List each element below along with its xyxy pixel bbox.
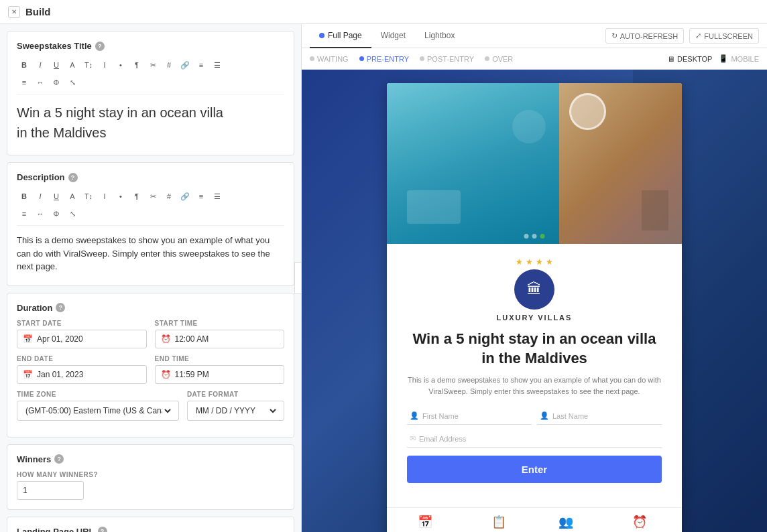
timezone-group: TIME ZONE (GMT-05:00) Eastern Time (US &…	[17, 391, 179, 421]
last-name-field[interactable]: 👤 Last Name	[537, 407, 662, 425]
first-name-field[interactable]: 👤 First Name	[407, 407, 532, 425]
top-bar: ✕ Build	[0, 0, 767, 24]
link-button[interactable]: 🔗	[178, 58, 192, 72]
description-content[interactable]: This is a demo sweepstakes to show you a…	[17, 231, 284, 276]
desc-font-color-button[interactable]: A	[65, 189, 80, 204]
name-row: 👤 First Name 👤 Last Name	[407, 407, 662, 425]
end-date-input[interactable]: 📅 Jan 01, 2023	[17, 365, 147, 384]
sweepstakes-title-toolbar: B I U A T↕ I • ¶ ✂ # 🔗 ≡ ☰ ≡ ↔ Φ ⤡	[17, 58, 284, 94]
landing-page-info-icon[interactable]: ?	[98, 527, 107, 532]
stage-waiting[interactable]: WAITING	[310, 55, 349, 63]
align-left-button[interactable]: ≡	[194, 58, 209, 72]
desc-align-right-button[interactable]: ☰	[210, 189, 225, 204]
paragraph-button[interactable]: ¶	[129, 58, 144, 72]
desc-arrows-button[interactable]: ↔	[33, 206, 48, 221]
close-button[interactable]: ✕	[8, 6, 20, 18]
desc-font-size-button[interactable]: T↕	[81, 189, 96, 204]
how-many-label: HOW MANY WINNERS?	[17, 471, 284, 478]
desc-italic-button[interactable]: I	[33, 189, 48, 204]
phi-button[interactable]: Φ	[49, 75, 64, 90]
start-date-group: START DATE 📅 Apr 01, 2020	[17, 320, 147, 348]
tab-lightbox[interactable]: Lightbox	[415, 24, 464, 48]
timezone-dropdown[interactable]: (GMT-05:00) Eastern Time (US & Canada)	[23, 405, 173, 416]
end-date-group: END DATE 📅 Jan 01, 2023	[17, 355, 147, 384]
stage-post-entry[interactable]: POST-ENTRY	[420, 55, 474, 63]
date-format-dropdown[interactable]: MM / DD / YYYY	[193, 405, 278, 416]
desc-paragraph-button[interactable]: ¶	[129, 189, 144, 204]
list-button[interactable]: •	[113, 58, 128, 72]
desc-list-button[interactable]: •	[113, 189, 128, 204]
image-dots	[524, 234, 545, 239]
device-mobile[interactable]: 📱 MOBILE	[719, 54, 759, 63]
device-desktop[interactable]: 🖥 DESKTOP	[667, 54, 712, 63]
start-time-input[interactable]: ⏰ 12:00 AM	[155, 330, 285, 348]
sweepstakes-title-content[interactable]: Win a 5 night stay in an ocean villa in …	[17, 100, 284, 145]
enter-button[interactable]: Enter	[407, 456, 662, 483]
clock2-icon: ⏰	[161, 370, 171, 379]
calendar2-icon: 📅	[23, 370, 33, 379]
expand-button[interactable]: ⤡	[65, 75, 80, 90]
font-size-button[interactable]: T↕	[81, 58, 96, 72]
end-time-group: END TIME ⏰ 11:59 PM	[155, 355, 285, 384]
sweepstakes-title-info-icon[interactable]: ?	[95, 42, 105, 51]
sweepstakes-title-section: Sweepstakes Title ? B I U A T↕ I • ¶ ✂ #…	[7, 31, 294, 155]
desc-expand-button[interactable]: ⤡	[65, 206, 80, 221]
duration-start-row: START DATE 📅 Apr 01, 2020 START TIME ⏰ 1…	[17, 320, 284, 348]
start-time-label: START TIME	[155, 320, 285, 327]
arrows-button[interactable]: ↔	[33, 75, 48, 90]
fullscreen-button[interactable]: ⤢ FULLSCREEN	[689, 28, 759, 44]
scissors-button[interactable]: ✂	[145, 58, 160, 72]
desc-indent-button[interactable]: I	[97, 189, 112, 204]
align-right-button[interactable]: ☰	[210, 58, 225, 72]
desc-underline-button[interactable]: U	[49, 189, 64, 204]
desc-grid-button[interactable]: #	[162, 189, 176, 204]
email-field[interactable]: ✉ Email Address	[407, 430, 662, 448]
desc-align-left-button[interactable]: ≡	[194, 189, 209, 204]
winners-info-icon[interactable]: ?	[54, 454, 64, 464]
desc-scissors-button[interactable]: ✂	[145, 189, 160, 204]
end-time-input[interactable]: ⏰ 11:59 PM	[155, 365, 285, 384]
timezone-label: TIME ZONE	[17, 391, 179, 398]
description-info-icon[interactable]: ?	[68, 173, 78, 182]
duration-info-icon[interactable]: ?	[56, 303, 65, 312]
desc-bold-button[interactable]: B	[17, 189, 32, 204]
bold-button[interactable]: B	[17, 58, 32, 72]
italic-button[interactable]: I	[33, 58, 48, 72]
underline-button[interactable]: U	[49, 58, 64, 72]
duration-end-row: END DATE 📅 Jan 01, 2023 END TIME ⏰ 11:59…	[17, 355, 284, 384]
stage-over[interactable]: OVER	[485, 55, 513, 63]
pre-entry-dot	[359, 56, 364, 61]
post-entry-dot	[420, 56, 424, 61]
timezone-select[interactable]: (GMT-05:00) Eastern Time (US & Canada)	[17, 401, 179, 421]
footer-rules: 📋 VIEW RULES	[480, 515, 518, 532]
person2-icon: 👤	[540, 411, 549, 420]
device-tabs: 🖥 DESKTOP 📱 MOBILE	[667, 54, 759, 63]
desc-phi-button[interactable]: Φ	[49, 206, 64, 221]
stage-pre-entry[interactable]: PRE-ENTRY	[359, 55, 409, 63]
tab-widget[interactable]: Widget	[371, 24, 415, 48]
fullscreen-icon: ⤢	[695, 31, 701, 40]
auto-refresh-button[interactable]: ↻ AUTO-REFRESH	[605, 28, 685, 44]
font-color-button[interactable]: A	[65, 58, 80, 72]
winners-label: Winners ?	[17, 454, 284, 464]
waiting-dot	[310, 56, 314, 61]
refresh-icon: ↻	[611, 31, 617, 40]
collapse-panel-button[interactable]: ‹	[294, 262, 302, 294]
description-toolbar: B I U A T↕ I • ¶ ✂ # 🔗 ≡ ☰ ≡ ↔ Φ ⤡	[17, 189, 284, 226]
start-date-input[interactable]: 📅 Apr 01, 2020	[17, 330, 147, 348]
landing-page-label: Landing Page URL ?	[17, 527, 284, 533]
winners-input[interactable]	[17, 481, 84, 500]
grid-button[interactable]: #	[162, 58, 176, 72]
indent-button[interactable]: I	[97, 58, 112, 72]
list2-button[interactable]: ≡	[17, 75, 32, 90]
sweepstakes-title-label: Sweepstakes Title ?	[17, 41, 284, 51]
desc-link-button[interactable]: 🔗	[178, 189, 192, 204]
tab-full-page[interactable]: Full Page	[310, 24, 371, 48]
date-format-select[interactable]: MM / DD / YYYY	[187, 401, 284, 421]
rules-icon: 📋	[491, 515, 506, 529]
footer-winners: 👥 1 WINNER	[551, 515, 581, 532]
star-1: ★	[516, 257, 523, 267]
desc-list2-button[interactable]: ≡	[17, 206, 32, 221]
preview-image	[387, 83, 682, 244]
end-time-label: END TIME	[155, 355, 285, 362]
